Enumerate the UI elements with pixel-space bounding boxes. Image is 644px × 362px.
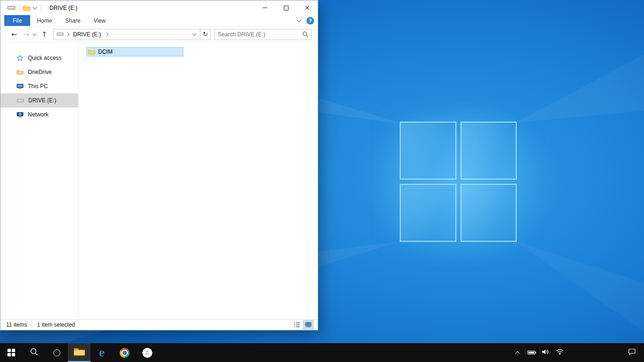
navigation-pane: Quick access OneDrive This PC DRIVE (E:): [0, 42, 79, 319]
search-icon[interactable]: [302, 31, 308, 37]
wifi-icon: [556, 348, 564, 357]
recent-locations-chevron-icon[interactable]: [33, 32, 36, 35]
address-dropdown-button[interactable]: [190, 29, 200, 40]
sidebar-item-label: DRIVE (E:): [28, 97, 56, 104]
system-tray: [511, 343, 644, 362]
search-input[interactable]: [215, 31, 302, 38]
sidebar-item-label: OneDrive: [28, 69, 52, 75]
address-bar[interactable]: DRIVE (E:): [53, 29, 200, 40]
tab-file[interactable]: File: [4, 15, 30, 26]
drive-icon: [17, 98, 24, 103]
network-icon: [17, 112, 24, 118]
taskbar: e ♫: [0, 343, 644, 362]
itunes-button[interactable]: ♫: [136, 343, 158, 362]
divider: [19, 4, 19, 12]
maximize-icon: [284, 6, 289, 10]
items-count: 11 items: [6, 321, 27, 328]
file-item-dcim[interactable]: DCIM: [86, 47, 183, 57]
chevron-up-icon: [515, 351, 520, 355]
expand-ribbon-chevron-icon[interactable]: [297, 17, 301, 22]
tab-home[interactable]: Home: [30, 15, 58, 26]
itunes-icon: ♫: [142, 348, 152, 358]
divider: [41, 4, 41, 12]
action-center-button[interactable]: [622, 343, 641, 362]
sidebar-item-label: Quick access: [28, 55, 61, 61]
tab-view[interactable]: View: [87, 15, 112, 26]
sidebar-item-onedrive[interactable]: OneDrive: [0, 65, 78, 79]
chrome-icon: [120, 348, 130, 358]
file-explorer-icon: [74, 347, 85, 358]
windows-start-icon: [8, 349, 15, 356]
file-list[interactable]: DCIM: [79, 42, 318, 319]
battery-button[interactable]: [525, 343, 537, 362]
forward-button[interactable]: →: [20, 30, 33, 39]
star-icon: [17, 55, 24, 62]
battery-icon: [528, 351, 535, 354]
maximize-button[interactable]: [275, 0, 297, 15]
refresh-button[interactable]: ↻: [200, 29, 211, 40]
sidebar-item-label: This PC: [28, 83, 48, 90]
details-view-button[interactable]: [292, 321, 302, 329]
status-bar: 11 items 1 item selected: [0, 319, 318, 330]
close-button[interactable]: [297, 0, 318, 15]
drive-icon: [7, 5, 16, 11]
cortana-icon: [53, 349, 60, 356]
window-title: DRIVE (E:): [50, 5, 77, 11]
internet-explorer-button[interactable]: e: [91, 343, 113, 362]
breadcrumb-chevron-icon[interactable]: [66, 32, 69, 36]
windows-logo: [400, 122, 517, 242]
sidebar-item-drive-e[interactable]: DRIVE (E:): [0, 93, 78, 107]
file-name: DCIM: [98, 49, 113, 55]
breadcrumb-chevron-icon[interactable]: [105, 32, 108, 36]
titlebar: DRIVE (E:): [0, 0, 318, 15]
tab-share[interactable]: Share: [58, 15, 87, 26]
minimize-icon: [263, 8, 267, 8]
drive-icon: [57, 32, 64, 37]
sidebar-item-network[interactable]: Network: [0, 107, 78, 122]
ribbon-tabs: File Home Share View ?: [0, 15, 318, 26]
close-icon: [305, 5, 310, 10]
start-button[interactable]: [0, 343, 23, 362]
divider: [32, 321, 32, 328]
chevron-down-icon: [192, 32, 196, 35]
file-explorer-window: DRIVE (E:) File Home Share View ? ← → ↑ …: [0, 0, 318, 330]
navigation-toolbar: ← → ↑ DRIVE (E:) ↻: [0, 26, 318, 42]
help-button[interactable]: ?: [306, 17, 314, 25]
sidebar-item-quick-access[interactable]: Quick access: [0, 51, 78, 65]
up-button[interactable]: ↑: [38, 30, 50, 39]
selection-count: 1 item selected: [37, 321, 75, 328]
chrome-button[interactable]: [113, 343, 136, 362]
search-box: [215, 29, 312, 40]
sidebar-item-this-pc[interactable]: This PC: [0, 79, 78, 93]
back-button[interactable]: ←: [8, 30, 20, 39]
speaker-icon: [542, 348, 549, 357]
folder-icon: [88, 49, 95, 55]
this-pc-icon: [17, 83, 24, 90]
sidebar-item-label: Network: [28, 111, 49, 118]
internet-explorer-icon: e: [99, 346, 105, 359]
action-center-icon: [628, 348, 636, 357]
search-icon: [30, 347, 38, 358]
taskbar-search-button[interactable]: [23, 343, 45, 362]
network-tray-button[interactable]: [553, 343, 566, 362]
breadcrumb-location[interactable]: DRIVE (E:): [73, 31, 101, 38]
qat-folder-icon[interactable]: [23, 5, 31, 11]
window-controls: [254, 0, 318, 15]
explorer-main: Quick access OneDrive This PC DRIVE (E:): [0, 42, 318, 319]
volume-button[interactable]: [539, 343, 552, 362]
onedrive-icon: [17, 69, 24, 75]
taskbar-file-explorer-button[interactable]: [68, 343, 91, 362]
show-hidden-icons-button[interactable]: [511, 343, 523, 362]
large-icons-view-button[interactable]: [304, 321, 313, 329]
cortana-button[interactable]: [45, 343, 68, 362]
minimize-button[interactable]: [254, 0, 275, 15]
qat-chevron-down-icon[interactable]: [33, 5, 37, 9]
